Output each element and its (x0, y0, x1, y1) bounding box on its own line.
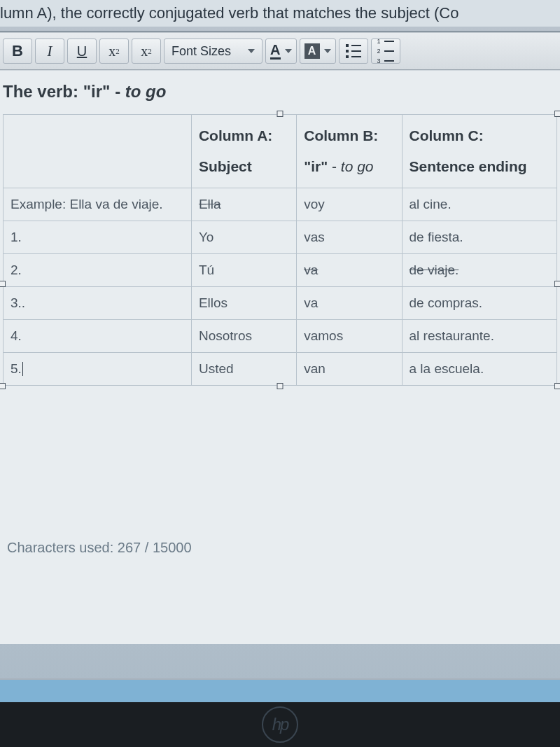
text-color-button[interactable]: A (265, 39, 296, 64)
chevron-down-icon (248, 49, 255, 53)
row-label-cell[interactable]: 3.. (4, 287, 192, 320)
colA-cell[interactable]: Yo (191, 221, 296, 254)
instruction-text: lumn A), the correctly conjugated verb t… (0, 0, 560, 27)
colC-cell[interactable]: de fiesta. (402, 221, 557, 254)
editor-toolbar: B I U x2 x2 Font Sizes A A 1 2 3 (0, 32, 560, 70)
superscript-exp: 2 (115, 47, 120, 55)
bullet-list-icon (344, 43, 363, 60)
header-colC-top: Column C: (410, 127, 550, 144)
content-heading: The verb: "ir" - to go (3, 78, 557, 114)
laptop-bezel: hp (0, 702, 560, 747)
row-label-cell[interactable]: 1. (4, 221, 192, 254)
table-row: Example: Ella va de viaje.Ellavoyal cine… (4, 188, 557, 221)
numbered-list-button[interactable]: 1 2 3 (371, 39, 400, 64)
table-header-row: Column A: Subject Column B: "ir" - to go… (4, 115, 557, 188)
row-label-cell[interactable]: 5. (4, 353, 192, 386)
row-label-cell[interactable]: 4. (4, 320, 192, 353)
subscript-base: x (141, 43, 148, 60)
colB-cell[interactable]: va (297, 254, 402, 287)
colC-cell[interactable]: de compras. (402, 287, 557, 320)
colC-cell[interactable]: de viaje. (402, 254, 557, 287)
resize-handle[interactable] (554, 383, 560, 389)
colA-cell[interactable]: Nosotros (191, 320, 296, 353)
header-colB-bot: "ir" - to go (304, 158, 373, 174)
colA-cell[interactable]: Tú (191, 254, 296, 287)
header-colA[interactable]: Column A: Subject (191, 115, 296, 188)
character-count: Characters used: 267 / 15000 (3, 540, 557, 556)
text-cursor (22, 362, 23, 376)
font-size-dropdown[interactable]: Font Sizes (164, 39, 262, 64)
header-colC-bot: Sentence ending (410, 158, 527, 174)
editor-content[interactable]: The verb: "ir" - to go Column A: Subject… (0, 70, 560, 644)
resize-handle[interactable] (277, 111, 284, 117)
resize-handle[interactable] (0, 281, 6, 287)
colB-cell[interactable]: vamos (297, 320, 402, 353)
row-label-cell[interactable]: 2. (4, 254, 192, 287)
colB-cell[interactable]: van (297, 353, 402, 386)
background-color-label: A (304, 43, 320, 59)
colB-cell[interactable]: voy (297, 188, 402, 221)
resize-handle[interactable] (0, 383, 6, 389)
table-row: 3..Ellosvade compras. (4, 287, 557, 320)
subscript-exp: 2 (148, 47, 152, 55)
heading-italic: to go (125, 82, 167, 101)
table-row: 4.Nosotrosvamosal restaurante. (4, 320, 557, 353)
verb-table[interactable]: Column A: Subject Column B: "ir" - to go… (3, 114, 557, 386)
subscript-button[interactable]: x2 (132, 39, 161, 64)
heading-prefix: The verb: "ir" - (3, 82, 125, 101)
resize-handle[interactable] (554, 281, 560, 287)
resize-handle[interactable] (554, 111, 560, 117)
table-row: 1.Yovasde fiesta. (4, 221, 557, 254)
colA-cell[interactable]: Usted (191, 353, 296, 386)
text-color-label: A (270, 43, 280, 60)
italic-button[interactable]: I (35, 39, 64, 64)
header-colB-top: Column B: (304, 127, 394, 144)
header-empty[interactable] (4, 115, 192, 188)
colB-cell[interactable]: va (297, 287, 402, 320)
colC-cell[interactable]: a la escuela. (402, 353, 557, 386)
font-size-label: Font Sizes (172, 44, 231, 59)
numbered-list-icon: 1 2 3 (376, 36, 396, 66)
header-colA-top: Column A: (199, 127, 289, 144)
resize-handle[interactable] (277, 383, 284, 389)
bold-button[interactable]: B (3, 39, 32, 64)
colA-cell[interactable]: Ella (191, 188, 296, 221)
taskbar[interactable] (0, 678, 560, 704)
colC-cell[interactable]: al restaurante. (402, 320, 557, 353)
table-selection[interactable]: Column A: Subject Column B: "ir" - to go… (3, 114, 557, 386)
row-label-cell[interactable]: Example: Ella va de viaje. (4, 188, 192, 221)
hp-logo-icon: hp (262, 706, 298, 743)
superscript-base: x (108, 43, 115, 60)
underline-button[interactable]: U (67, 39, 97, 64)
header-colC[interactable]: Column C: Sentence ending (402, 115, 557, 188)
chevron-down-icon (285, 49, 292, 53)
colA-cell[interactable]: Ellos (191, 287, 296, 320)
colB-cell[interactable]: vas (297, 221, 402, 254)
colC-cell[interactable]: al cine. (402, 188, 557, 221)
bullet-list-button[interactable] (339, 39, 368, 64)
background-color-button[interactable]: A (300, 39, 336, 64)
table-row: 5.Ustedvana la escuela. (4, 353, 557, 386)
superscript-button[interactable]: x2 (99, 39, 129, 64)
header-colB[interactable]: Column B: "ir" - to go (297, 115, 402, 188)
header-colA-bot: Subject (199, 158, 252, 174)
table-row: 2.Túvade viaje. (4, 254, 557, 287)
chevron-down-icon (324, 49, 331, 53)
